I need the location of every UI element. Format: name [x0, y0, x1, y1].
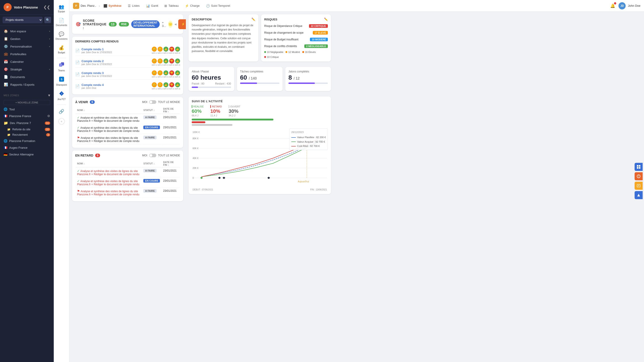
toggle-switch[interactable] [149, 154, 156, 157]
tab-gantt[interactable]: 📊 Gantt [143, 3, 161, 9]
status-cell: EN COURS [142, 124, 161, 134]
zone-planzone-formation[interactable]: 🌐 Planzone Formation [0, 137, 54, 144]
zone-secteur-allemagne[interactable]: 🇩🇪 Secteur Allemagne [0, 151, 54, 158]
risk-item: Risque de Budget insuffisant 10 MODÉRÉ [264, 37, 328, 42]
en-retard-section: EN RETARD 6 MOI TOUT LE MONDE NOM ↕ STAT… [72, 150, 183, 201]
jira-label: Jira PZ7 [57, 98, 66, 100]
tab-label: Charge [190, 4, 200, 8]
compte-item: 📄 Compte rendu 2 par John Doe le 17/03/2… [75, 57, 180, 68]
new-zone-button[interactable]: + NOUVELLE ZONE [4, 100, 50, 105]
project-icon: P [73, 3, 79, 9]
zone-tout[interactable]: 🌐 Tout [0, 106, 54, 113]
tab-synthese[interactable]: ⬛ Synthèse [101, 3, 124, 9]
sidebar-item-label: Portefeuilles [10, 53, 26, 56]
zone-label: Planzone France [9, 114, 46, 118]
zone-refonte[interactable]: 📁 Refonte du site 10 [0, 127, 54, 132]
flag-icon: ⚑ [77, 136, 80, 139]
task-name: Analyse et synthèse des visites de ligne… [77, 116, 140, 122]
compte-meta: par John Doe le 17/03/2022 [82, 63, 150, 66]
arrow-left-icon[interactable]: ◀ [174, 23, 176, 26]
compte-name[interactable]: Compte rendu 4 [82, 83, 150, 87]
sidebar-item-rapports[interactable]: 📊 Rapports / Exports [0, 81, 54, 88]
sidebar-icon-documents[interactable]: 📄 Documents [55, 16, 68, 28]
folder-icon: 📁 [7, 128, 10, 131]
add-zone-icon[interactable]: ▾ [48, 93, 50, 98]
add-integration-button[interactable]: + [58, 118, 65, 124]
retard-stat: RETARD 10% 11,4 J [210, 105, 222, 117]
legend-item: 10 Négligeable [264, 51, 283, 53]
moi-label: MOI [142, 100, 147, 104]
sidebar-item-personnalisation[interactable]: ⚙️ Personnalisation ▾ [0, 43, 54, 50]
float-btn-1[interactable] [634, 163, 643, 171]
zone-augeo[interactable]: 🇫🇷 Augeo France [0, 144, 54, 151]
tab-suivi[interactable]: 🕐 Suivi Temporel [203, 3, 233, 9]
edit-icon[interactable]: ✏️ [324, 18, 328, 21]
sidebar-icon-link[interactable]: 🔗 [55, 107, 68, 116]
status-badge: EN COURS [143, 179, 160, 183]
compte-name[interactable]: Compte rendu 2 [82, 59, 150, 63]
nav-back-button[interactable]: ‹ [99, 4, 100, 8]
discussions-icon: 💬 [59, 31, 64, 37]
collapse-icon[interactable]: ❮❮ [44, 5, 50, 10]
sun-button[interactable]: 🌟 [168, 21, 173, 28]
sidebar-item-gestion[interactable]: 📋 Gestion ▾ [0, 35, 54, 43]
sidebar-icon-sharepoint[interactable]: S Sharepoint [55, 75, 68, 88]
gestion-icon: 📋 [4, 37, 8, 41]
edit-icon[interactable]: ✏️ [252, 18, 255, 21]
tab-charge[interactable]: ⚡ Charge [182, 3, 202, 9]
sidebar-item-documents[interactable]: 📄 Documents [0, 73, 54, 81]
settings-icon[interactable]: ⚙ [47, 114, 50, 118]
taches-value: 60 / 140 [240, 74, 280, 81]
svg-text:60K €: 60K € [192, 147, 198, 150]
gantt-tab-icon: 📊 [146, 4, 150, 8]
svg-rect-25 [637, 167, 638, 169]
zone-dev-planzone[interactable]: 📁 Dev. Planzone 7 11 [0, 119, 54, 127]
tableau-tab-icon: ⊞ [164, 4, 167, 8]
notification-button[interactable]: 🔔 [609, 2, 616, 10]
flag-icon: 🇫🇷 [4, 146, 8, 149]
score-tag-dev[interactable]: DÉVELOPPEMENT INTERNATIONAL [131, 21, 160, 28]
fin-label: FIN : 13/06/2021 [310, 189, 327, 191]
date-cell: 23/01/2021 [162, 124, 180, 134]
svg-text:Aujourd'hui: Aujourd'hui [298, 180, 309, 183]
sidebar: P Votre Planzone ❮❮ Projets récents 🔍 🏠 … [0, 0, 54, 362]
risk-list: Risque de Dépendance Critique 22 CRITIQU… [264, 23, 328, 49]
sidebar-item-calendrier[interactable]: 📅 Calendrier [0, 58, 54, 66]
check-icon: ✓ [77, 126, 80, 129]
float-btn-3[interactable] [634, 182, 643, 190]
search-button[interactable]: 🔍 [44, 17, 51, 23]
score-more[interactable]: + 3... [162, 21, 166, 28]
flash-report-button[interactable]: ⚡ Flash report [178, 19, 186, 29]
score-value: 13 [109, 22, 117, 27]
sidebar-icon-jira[interactable]: J Jira PZ7 [55, 89, 68, 102]
toggle-switch[interactable] [149, 100, 156, 104]
float-btn-4[interactable] [634, 191, 643, 199]
compte-name[interactable]: Compte rendu 3 [82, 71, 150, 75]
risk-item: Risque de conflits d'intérêts 2 NÉGLIGEA… [264, 44, 328, 49]
risk-badge: 10 MODÉRÉ [310, 38, 328, 41]
zone-planzone-france[interactable]: 🇫🇷 Planzone France ⚙ [0, 113, 54, 119]
folder-icon: 📁 [4, 121, 8, 125]
compte-name[interactable]: Compte rendu 1 [82, 48, 150, 51]
sidebar-item-strategie[interactable]: 🎯 Stratégie ▾ [0, 66, 54, 73]
zone-recrutement[interactable]: 📁 Recrutement 3 [0, 132, 54, 137]
zone-label: Tout [9, 108, 50, 111]
doc-icon: 📄 [75, 49, 80, 53]
float-btn-2[interactable] [634, 172, 643, 180]
tab-tableau[interactable]: ⊞ Tableau [162, 3, 182, 9]
sidebar-icon-teams[interactable]: T Teams [55, 60, 68, 74]
risques-card: RISQUES ✏️ Risque de Dépendance Critique… [261, 14, 331, 61]
score-tag-rse[interactable]: RSE [119, 22, 129, 27]
tab-listes[interactable]: ☰ Listes [125, 3, 142, 9]
project-search-select[interactable]: Projets récents [3, 17, 42, 23]
sidebar-item-portefeuilles[interactable]: 💼 Portefeuilles [0, 50, 54, 58]
sidebar-icon-budget[interactable]: 💰 Budget [55, 43, 68, 56]
sidebar-icon-discussions[interactable]: 💬 Discussions [55, 30, 68, 42]
a-venir-table: NOM ↕ STATUT ↕ DATE DE FIN ↕ ✓ Analyse e… [75, 106, 180, 145]
sidebar-item-mon-espace[interactable]: 🏠 Mon espace ▾ [0, 27, 54, 35]
sidebar-icon-equipe[interactable]: 👥 Équipe [55, 2, 68, 15]
taches-bar-fill [240, 83, 257, 84]
legend-label: 12 Modéré [288, 51, 300, 53]
ouvert-stat: OUVERT 30% 34,2 J [228, 105, 240, 117]
doc-icon: 📄 [75, 60, 80, 65]
